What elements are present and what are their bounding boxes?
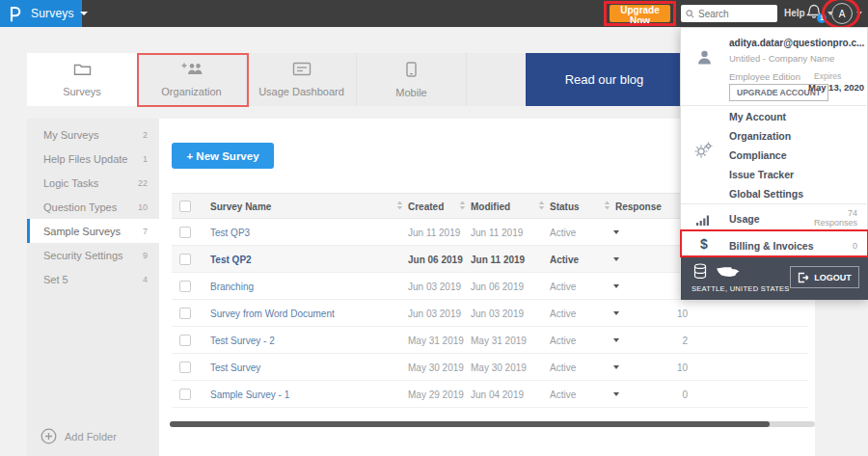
folder-count: 7	[143, 227, 148, 236]
status-dropdown-caret[interactable]	[613, 284, 619, 288]
status-dropdown-caret[interactable]	[613, 338, 619, 342]
sidebar-item-security-settings[interactable]: Security Settings 9	[27, 243, 159, 267]
horizontal-scrollbar-track[interactable]	[170, 421, 815, 427]
sidebar-item-question-types[interactable]: Question Types 10	[27, 195, 159, 219]
folder-label: Security Settings	[43, 250, 123, 261]
select-all-checkbox[interactable]	[179, 201, 191, 212]
table-row: Test Survey May 30 2019 May 30 2019 Acti…	[172, 354, 808, 381]
organization-people-icon	[180, 62, 203, 80]
status-value: Active	[550, 308, 576, 318]
modified-date: May 30 2019	[471, 362, 527, 372]
tab-label: Usage Dashboard	[258, 86, 344, 97]
row-checkbox[interactable]	[179, 335, 191, 346]
usage-unit: Responses	[814, 218, 857, 228]
row-checkbox[interactable]	[179, 362, 191, 373]
survey-name-link[interactable]: Survey from Word Document	[210, 308, 335, 318]
notifications-bell[interactable]: 1	[806, 4, 824, 23]
status-value: Active	[550, 389, 576, 399]
status-dropdown-caret[interactable]	[613, 230, 619, 234]
sort-icon[interactable]	[459, 201, 466, 211]
status-dropdown-caret[interactable]	[613, 311, 619, 315]
expires-date: May 13, 2020	[808, 82, 864, 93]
created-date: Jun 03 2019	[408, 308, 461, 318]
menu-item-issue-tracker[interactable]: Issue Tracker	[681, 165, 868, 184]
survey-name-link[interactable]: Test Survey	[210, 362, 260, 372]
tab-label: Organization	[161, 86, 221, 97]
dashboard-card-icon	[292, 62, 312, 80]
created-date: May 30 2019	[408, 362, 464, 372]
sidebar-item-help-files-update[interactable]: Help Files Update 1	[27, 147, 159, 171]
row-checkbox[interactable]	[179, 254, 191, 265]
bar-chart-icon	[696, 212, 712, 229]
tab-label: Mobile	[395, 87, 426, 98]
person-icon	[696, 49, 713, 69]
help-link[interactable]: Help	[784, 8, 805, 18]
tabstrip-filler	[467, 53, 526, 106]
sort-icon[interactable]	[538, 201, 545, 211]
row-checkbox[interactable]	[179, 227, 191, 238]
chevron-down-icon	[80, 12, 88, 15]
menu-item-global-settings[interactable]: Global Settings	[681, 184, 868, 203]
sidebar-item-logic-tasks[interactable]: Logic Tasks 22	[27, 171, 159, 195]
col-header-created[interactable]: Created	[408, 201, 444, 211]
server-location-label: SEATTLE, UNITED STATES	[692, 284, 790, 293]
folder-count: 22	[138, 178, 148, 188]
app-logo-block[interactable]: Surveys	[0, 0, 82, 27]
account-panel-footer: SEATTLE, UNITED STATES LOGOUT	[681, 257, 868, 300]
divider	[681, 105, 868, 106]
row-checkbox[interactable]	[179, 281, 191, 292]
table-row: Test Survey - 2 May 31 2019 May 31 2019 …	[172, 327, 808, 354]
module-tabs: Surveys Organization Usage Dashboard Mob…	[27, 53, 526, 106]
table-row: Sample Survey - 1 May 29 2019 Jun 04 201…	[172, 381, 808, 408]
avatar-initial: A	[839, 9, 846, 19]
logout-button[interactable]: LOGOUT	[790, 266, 859, 288]
col-header-survey-name[interactable]: Survey Name	[210, 201, 271, 211]
response-count: 10	[639, 362, 688, 372]
search-box[interactable]	[681, 5, 777, 22]
menu-item-usage[interactable]: Usage 74Responses	[681, 205, 868, 231]
folder-count: 2	[143, 130, 148, 140]
status-dropdown-caret[interactable]	[613, 257, 619, 261]
us-map-icon	[716, 264, 741, 283]
col-header-response[interactable]: Response	[615, 201, 662, 211]
horizontal-scrollbar-thumb[interactable]	[170, 421, 770, 427]
dollar-icon: $	[700, 236, 708, 252]
col-header-modified[interactable]: Modified	[471, 201, 510, 211]
avatar[interactable]: A	[831, 3, 853, 24]
tab-mobile[interactable]: Mobile	[357, 53, 467, 106]
menu-item-billing-invoices[interactable]: $ Billing & Invoices 0	[681, 232, 868, 258]
row-checkbox[interactable]	[179, 389, 191, 400]
sidebar-item-set-5[interactable]: Set 5 4	[27, 267, 159, 291]
survey-name-link[interactable]: Branching	[210, 281, 254, 291]
plus-circle-icon	[41, 428, 57, 444]
new-survey-button[interactable]: + New Survey	[172, 143, 274, 169]
read-our-blog-button[interactable]: Read our blog	[526, 53, 683, 106]
status-dropdown-caret[interactable]	[613, 365, 619, 369]
database-icon	[692, 263, 708, 284]
status-value: Active	[550, 335, 576, 345]
menu-item-my-account[interactable]: My Account	[681, 107, 868, 126]
app-switcher[interactable]: Surveys	[31, 7, 88, 20]
sidebar-item-my-surveys[interactable]: My Surveys 2	[27, 122, 159, 147]
search-input[interactable]	[698, 9, 768, 19]
sidebar-item-sample-surveys[interactable]: Sample Surveys 7	[27, 219, 159, 243]
add-folder-button[interactable]: Add Folder	[41, 428, 117, 444]
tab-surveys[interactable]: Surveys	[27, 53, 137, 106]
tab-organization[interactable]: Organization	[137, 53, 247, 106]
folder-count: 9	[143, 251, 148, 260]
survey-name-link[interactable]: Test QP2	[210, 254, 252, 264]
survey-name-link[interactable]: Test Survey - 2	[210, 335, 275, 345]
add-folder-label: Add Folder	[65, 431, 117, 443]
upgrade-now-button[interactable]: Upgrade Now	[610, 5, 670, 22]
survey-name-link[interactable]: Sample Survey - 1	[210, 389, 289, 399]
status-dropdown-caret[interactable]	[613, 392, 619, 396]
account-chevron-icon[interactable]	[856, 12, 862, 15]
tab-usage-dashboard[interactable]: Usage Dashboard	[247, 53, 357, 106]
survey-name-link[interactable]: Test QP3	[210, 227, 250, 237]
sort-icon[interactable]	[396, 201, 403, 211]
sort-icon[interactable]	[604, 201, 610, 211]
top-bar: Surveys Upgrade Now Help 1 A	[0, 0, 868, 27]
col-header-status[interactable]: Status	[550, 201, 580, 211]
row-checkbox[interactable]	[179, 308, 191, 319]
folder-label: Sample Surveys	[43, 226, 121, 237]
